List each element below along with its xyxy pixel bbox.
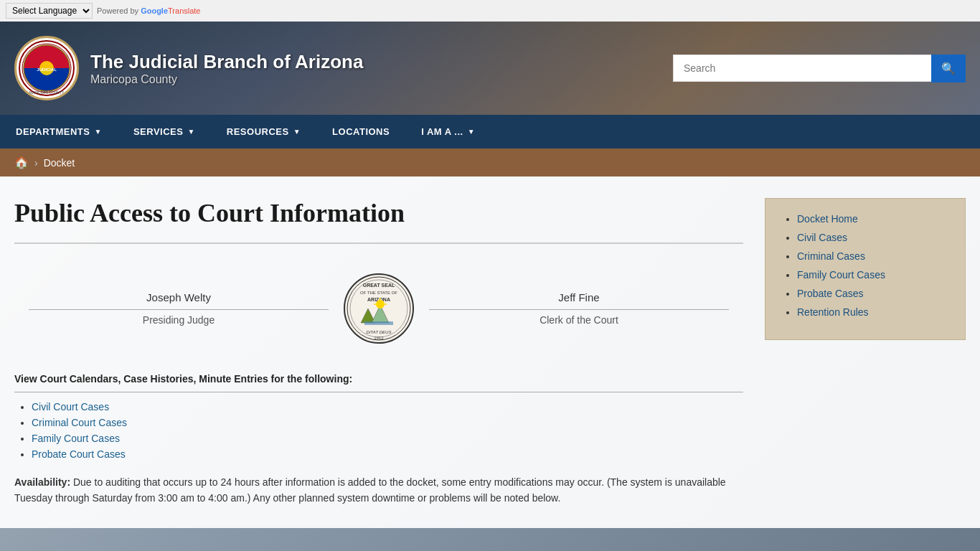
site-logo: JUDICIAL MARICOPA COUNTY [14, 36, 79, 100]
page-title: Public Access to Court Information [14, 198, 743, 228]
header-title-block: The Judicial Branch of Arizona Maricopa … [90, 51, 363, 86]
main-content: Public Access to Court Information Josep… [0, 176, 980, 528]
site-header: JUDICIAL MARICOPA COUNTY The Judicial Br… [0, 22, 980, 115]
site-subtitle: Maricopa County [90, 73, 363, 86]
list-item: Civil Court Cases [32, 401, 743, 413]
sidebar-probate-cases-link[interactable]: Probate Cases [797, 288, 864, 299]
nav-item-resources[interactable]: RESOURCES ▼ [211, 115, 316, 149]
nav-item-services[interactable]: SERVICES ▼ [118, 115, 211, 149]
search-icon: 🔍 [941, 62, 956, 75]
list-item: Probate Cases [797, 288, 948, 299]
list-item: Family Court Cases [32, 433, 743, 444]
search-input[interactable] [673, 55, 931, 82]
search-button[interactable]: 🔍 [931, 55, 966, 83]
family-court-cases-link[interactable]: Family Court Cases [32, 433, 120, 444]
list-item: Criminal Court Cases [32, 417, 743, 428]
svg-point-14 [376, 300, 385, 309]
svg-text:OF THE STATE OF: OF THE STATE OF [360, 291, 397, 295]
top-bar: Select Language Powered by GoogleTransla… [0, 0, 980, 22]
clerk-name: Jeff Fine [415, 291, 743, 303]
presiding-judge-title: Presiding Judge [14, 314, 343, 326]
availability-label: Availability: [14, 476, 70, 488]
presiding-judge: Joseph Welty Presiding Judge [14, 291, 343, 326]
svg-text:GREAT SEAL: GREAT SEAL [363, 283, 395, 288]
breadcrumb-current: Docket [44, 157, 75, 169]
list-item: Criminal Cases [797, 250, 948, 262]
svg-text:MARICOPA COUNTY: MARICOPA COUNTY [29, 90, 65, 95]
svg-rect-18 [364, 321, 393, 325]
clerk-of-court: Jeff Fine Clerk of the Court [415, 291, 743, 326]
home-icon[interactable]: 🏠 [14, 156, 29, 169]
breadcrumb-separator: › [34, 157, 38, 169]
sidebar-retention-rules-link[interactable]: Retention Rules [797, 306, 869, 318]
availability-text: Availability: Due to auditing that occur… [14, 474, 743, 507]
sidebar-docket-home-link[interactable]: Docket Home [797, 213, 858, 225]
sidebar-criminal-cases-link[interactable]: Criminal Cases [797, 250, 865, 262]
court-links-section: View Court Calendars, Case Histories, Mi… [14, 373, 743, 460]
chevron-down-icon: ▼ [94, 128, 101, 136]
sidebar-family-court-cases-link[interactable]: Family Court Cases [797, 269, 885, 281]
civil-court-cases-link[interactable]: Civil Court Cases [32, 401, 109, 413]
officers-section: Joseph Welty Presiding Judge GREAT SEAL … [14, 265, 743, 352]
breadcrumb: 🏠 › Docket [0, 149, 980, 176]
court-links-divider [14, 392, 743, 392]
sidebar-civil-cases-link[interactable]: Civil Cases [797, 232, 847, 243]
list-item: Docket Home [797, 213, 948, 225]
header-content: JUDICIAL MARICOPA COUNTY The Judicial Br… [14, 36, 673, 100]
sidebar: Docket Home Civil Cases Criminal Cases F… [765, 198, 966, 507]
title-divider [14, 242, 743, 244]
header-search-form: 🔍 [673, 55, 966, 83]
chevron-down-icon: ▼ [187, 128, 194, 136]
list-item: Family Court Cases [797, 269, 948, 281]
officer-divider [29, 309, 329, 310]
sidebar-box: Docket Home Civil Cases Criminal Cases F… [765, 198, 966, 340]
chevron-down-icon: ▼ [468, 128, 475, 136]
probate-court-cases-link[interactable]: Probate Court Cases [32, 448, 126, 460]
sidebar-list: Docket Home Civil Cases Criminal Cases F… [783, 213, 948, 318]
svg-text:DITAT DEUS: DITAT DEUS [367, 330, 392, 334]
court-links-heading: View Court Calendars, Case Histories, Mi… [14, 373, 743, 385]
powered-by-label: Powered by GoogleTranslate [97, 6, 201, 15]
nav-item-departments[interactable]: DEPARTMENTS ▼ [0, 115, 118, 149]
list-item: Probate Court Cases [32, 448, 743, 460]
chevron-down-icon: ▼ [293, 128, 301, 136]
officer-divider [429, 309, 729, 310]
court-links-list: Civil Court Cases Criminal Court Cases F… [14, 401, 743, 460]
site-title: The Judicial Branch of Arizona [90, 51, 363, 73]
nav-item-locations[interactable]: LOCATIONS [316, 115, 405, 149]
list-item: Civil Cases [797, 232, 948, 243]
content-area: Public Access to Court Information Josep… [14, 198, 765, 507]
svg-text:JUDICIAL: JUDICIAL [37, 67, 57, 72]
svg-text:1912: 1912 [374, 336, 384, 340]
main-nav: DEPARTMENTS ▼ SERVICES ▼ RESOURCES ▼ LOC… [0, 115, 980, 149]
clerk-title: Clerk of the Court [415, 314, 743, 326]
list-item: Retention Rules [797, 306, 948, 318]
criminal-court-cases-link[interactable]: Criminal Court Cases [32, 417, 127, 428]
language-select[interactable]: Select Language [6, 3, 93, 19]
nav-item-iam[interactable]: I AM A ... ▼ [405, 115, 491, 149]
state-seal: GREAT SEAL OF THE STATE OF ARIZONA DIT [343, 273, 415, 344]
availability-body: Due to auditing that occurs up to 24 hou… [14, 476, 726, 504]
presiding-judge-name: Joseph Welty [14, 291, 343, 303]
